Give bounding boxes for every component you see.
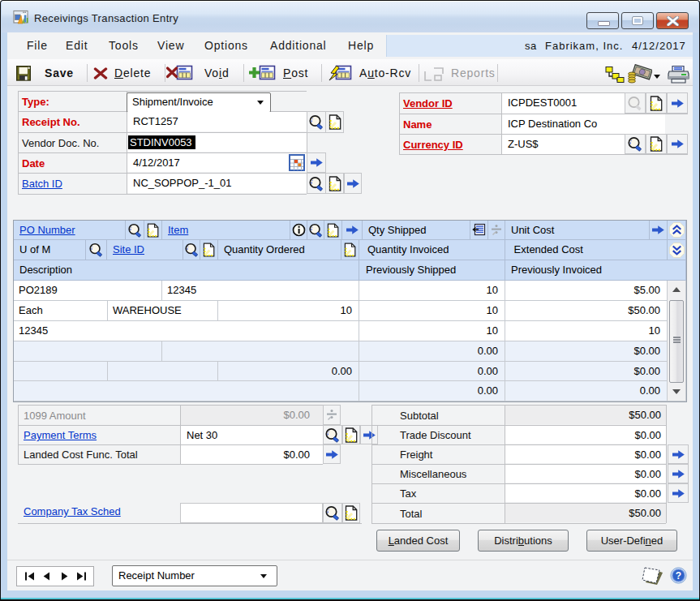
svg-text:?: ? (676, 570, 681, 582)
